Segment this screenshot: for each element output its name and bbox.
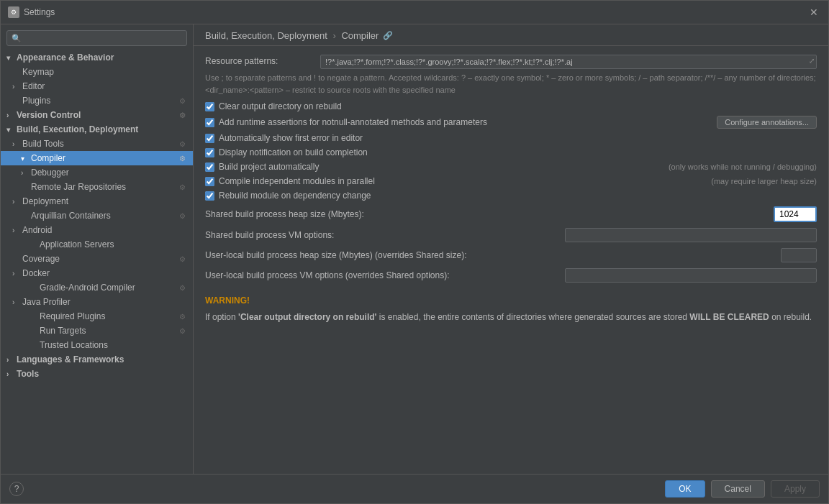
sidebar-item-gradle-android[interactable]: Gradle-Android Compiler ⚙ (1, 280, 193, 295)
sidebar-item-label: Compiler (31, 153, 65, 163)
expand-arrow: › (6, 356, 14, 364)
expand-corner-icon[interactable]: ⤢ (809, 57, 815, 65)
compile-parallel-note: (may require larger heap size) (711, 177, 817, 185)
checkbox-show-first-error: Automatically show first error in editor (205, 133, 817, 143)
add-runtime-checkbox[interactable] (205, 118, 214, 127)
sidebar-item-tools[interactable]: › Tools (1, 367, 193, 381)
sidebar-item-arquillian[interactable]: Arquillian Containers ⚙ (1, 209, 193, 223)
settings-dialog: ⚙ Settings ✕ 🔍 ▾ Appearance & Behavior K… (0, 0, 829, 504)
compile-parallel-label: Compile independent modules in parallel (219, 176, 697, 186)
sidebar: 🔍 ▾ Appearance & Behavior Keymap › Edito… (1, 24, 194, 474)
heap-size-label: Shared build process heap size (Mbytes): (205, 209, 774, 219)
sidebar-item-label: Editor (22, 81, 45, 91)
cancel-button[interactable]: Cancel (711, 480, 765, 498)
search-box[interactable]: 🔍 (6, 30, 187, 46)
help-button[interactable]: ? (9, 482, 24, 496)
sidebar-item-compiler[interactable]: ▾ Compiler ⚙ (1, 151, 193, 165)
warning-text-content: If option 'Clear output directory on reb… (205, 312, 812, 322)
sidebar-item-required-plugins[interactable]: Required Plugins ⚙ (1, 309, 193, 324)
footer: ? OK Cancel Apply (1, 474, 828, 503)
external-link-icon: 🔗 (383, 31, 393, 40)
resource-patterns-label: Resource patterns: (205, 55, 320, 66)
sidebar-item-label: Run Targets (40, 326, 86, 336)
display-notification-checkbox[interactable] (205, 148, 214, 157)
clear-output-checkbox[interactable] (205, 102, 214, 111)
sidebar-item-label: Deployment (22, 196, 68, 206)
sidebar-item-java-profiler[interactable]: › Java Profiler (1, 295, 193, 309)
sidebar-item-build-tools[interactable]: › Build Tools ⚙ (1, 137, 193, 151)
add-runtime-label: Add runtime assertions for notnull-annot… (219, 117, 710, 127)
sidebar-item-label: Application Servers (40, 239, 114, 249)
build-auto-checkbox[interactable] (205, 162, 214, 172)
sidebar-item-docker[interactable]: › Docker (1, 266, 193, 280)
sidebar-item-trusted-locations[interactable]: Trusted Locations (1, 338, 193, 352)
expand-arrow: › (12, 298, 19, 306)
content-header: Build, Execution, Deployment › Compiler … (194, 24, 828, 46)
sidebar-item-label: Build Tools (22, 139, 64, 149)
user-vm-input[interactable] (565, 268, 817, 283)
expand-arrow: › (21, 169, 28, 177)
vm-options-shared-label: Shared build process VM options: (205, 230, 565, 240)
sidebar-item-label: Android (22, 225, 52, 235)
sidebar-item-app-servers[interactable]: Application Servers (1, 237, 193, 252)
rebuild-dependency-checkbox[interactable] (205, 191, 214, 201)
user-vm-label: User-local build process VM options (ove… (205, 270, 565, 280)
show-first-error-checkbox[interactable] (205, 134, 214, 143)
search-input[interactable] (24, 33, 182, 43)
sidebar-item-build-exec-deploy[interactable]: ▾ Build, Execution, Deployment (1, 122, 193, 137)
clear-output-label: Clear output directory on rebuild (219, 101, 817, 111)
sidebar-item-editor[interactable]: › Editor (1, 79, 193, 93)
user-heap-row: User-local build process heap size (Mbyt… (205, 248, 817, 262)
ok-button[interactable]: OK (665, 480, 705, 498)
expand-arrow: › (12, 83, 19, 91)
breadcrumb-part2: Compiler (341, 30, 379, 41)
show-first-error-label: Automatically show first error in editor (219, 133, 817, 143)
resource-patterns-field[interactable]: !?*.java;!?*.form;!?*.class;!?*.groovy;!… (320, 55, 817, 69)
sidebar-item-label: Java Profiler (22, 297, 71, 307)
sidebar-item-label: Keymap (22, 67, 54, 77)
sidebar-item-label: Debugger (31, 168, 69, 178)
sidebar-item-run-targets[interactable]: Run Targets ⚙ (1, 324, 193, 338)
sidebar-item-plugins[interactable]: Plugins ⚙ (1, 93, 193, 108)
gear-icon: ⚙ (177, 182, 187, 192)
window-title: Settings (24, 7, 807, 17)
expand-arrow: › (12, 226, 19, 234)
expand-arrow: › (6, 111, 14, 119)
gear-icon: ⚙ (177, 254, 187, 264)
apply-button[interactable]: Apply (771, 480, 820, 498)
close-button[interactable]: ✕ (807, 5, 821, 19)
configure-annotations-button[interactable]: Configure annotations... (717, 116, 817, 129)
button-group: OK Cancel Apply (665, 480, 820, 498)
sidebar-item-deployment[interactable]: › Deployment (1, 194, 193, 209)
heap-size-input[interactable] (774, 206, 817, 222)
breadcrumb: Build, Execution, Deployment › Compiler (205, 30, 379, 41)
search-icon: 🔍 (12, 34, 22, 43)
sidebar-item-android[interactable]: › Android (1, 223, 193, 237)
gear-icon: ⚙ (177, 110, 187, 120)
expand-arrow: › (12, 198, 19, 206)
sidebar-item-keymap[interactable]: Keymap (1, 65, 193, 79)
compile-parallel-checkbox[interactable] (205, 177, 214, 186)
sidebar-item-appearance-behavior[interactable]: ▾ Appearance & Behavior (1, 50, 193, 65)
sidebar-item-remote-jar-repos[interactable]: Remote Jar Repositories ⚙ (1, 180, 193, 194)
gear-icon: ⚙ (177, 211, 187, 221)
user-heap-input[interactable] (781, 248, 817, 262)
display-notification-label: Display notification on build completion (219, 147, 817, 157)
checkbox-compile-parallel: Compile independent modules in parallel … (205, 176, 817, 186)
sidebar-item-version-control[interactable]: › Version Control ⚙ (1, 108, 193, 122)
sidebar-item-coverage[interactable]: Coverage ⚙ (1, 252, 193, 266)
sidebar-item-languages-frameworks[interactable]: › Languages & Frameworks (1, 352, 193, 367)
warning-title: WARNING! (205, 294, 817, 308)
build-auto-label: Build project automatically (219, 162, 654, 172)
sidebar-item-debugger[interactable]: › Debugger (1, 165, 193, 180)
rebuild-dependency-label: Rebuild module on dependency change (219, 191, 817, 201)
build-auto-note: (only works while not running / debuggin… (669, 162, 817, 171)
gear-icon: ⚙ (177, 283, 187, 293)
gear-icon: ⚙ (177, 139, 187, 149)
checkbox-clear-output: Clear output directory on rebuild (205, 101, 817, 111)
title-bar: ⚙ Settings ✕ (1, 1, 828, 24)
user-heap-label: User-local build process heap size (Mbyt… (205, 250, 781, 260)
sidebar-item-label: Arquillian Containers (31, 211, 111, 221)
vm-options-shared-input[interactable] (565, 228, 817, 242)
heap-size-row: Shared build process heap size (Mbytes): (205, 206, 817, 222)
